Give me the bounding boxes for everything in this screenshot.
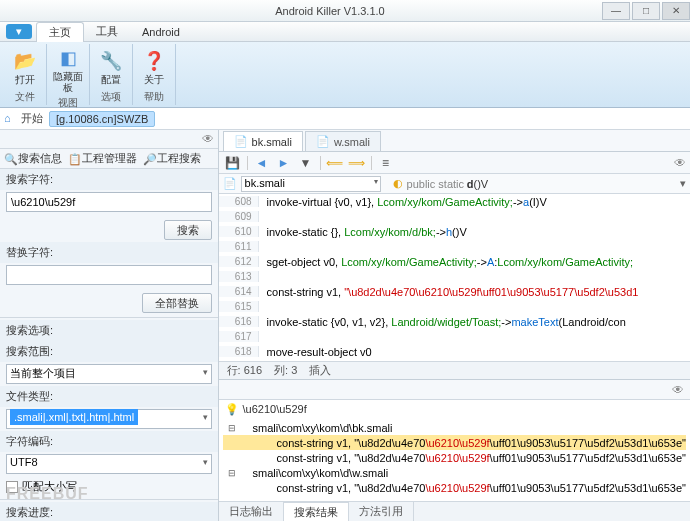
visibility-icon: ◐ <box>393 177 403 190</box>
tab-tools[interactable]: 工具 <box>84 22 130 41</box>
search-icon: 🔎 <box>143 153 155 165</box>
config-button[interactable]: 🔧 配置 <box>92 44 130 89</box>
eye-icon[interactable]: 👁 <box>674 156 686 170</box>
replace-label: 替换字符: <box>0 242 218 263</box>
code-line[interactable]: 619 <box>219 359 690 361</box>
sidebar: 👁 🔍搜索信息 📋工程管理器 🔎工程搜索 搜索字符: 搜索 替换字符: 全部替换… <box>0 130 219 521</box>
group-file-label: 文件 <box>15 89 35 105</box>
match-case-checkbox[interactable] <box>6 481 18 493</box>
sidebar-tab-search[interactable]: 🔍搜索信息 <box>4 151 62 166</box>
code-line[interactable]: 613 <box>219 269 690 284</box>
eye-icon[interactable]: 👁 <box>202 132 214 146</box>
tree-row[interactable]: ⊟smali\com\xy\kom\d\bk.smali <box>223 420 686 435</box>
tab-search-results[interactable]: 搜索结果 <box>284 502 349 522</box>
question-icon: ❓ <box>142 49 166 73</box>
folder-open-icon: 📂 <box>13 49 37 73</box>
search-input[interactable] <box>6 192 212 212</box>
scope-label: 搜索范围: <box>0 341 218 362</box>
results-tree[interactable]: ⊟smali\com\xy\kom\d\bk.smaliconst-string… <box>219 418 690 501</box>
tree-row[interactable]: const-string v1, "\u8d2d\u4e70\u6210\u52… <box>223 450 686 465</box>
tab-method-ref[interactable]: 方法引用 <box>349 502 414 521</box>
project-icon: 📋 <box>68 153 80 165</box>
match-case-label: 匹配大小写 <box>22 479 77 494</box>
open-label: 打开 <box>15 74 35 85</box>
breadcrumb-bar: ⌂ 开始 [g.10086.cn]SWZB <box>0 108 690 130</box>
encoding-select[interactable]: UTF8 <box>6 454 212 474</box>
filetype-select[interactable]: .smali|.xml|.txt|.htm|.html <box>6 409 212 429</box>
search-chars-label: 搜索字符: <box>0 169 218 190</box>
search-query-row: 💡 \u6210\u529f <box>219 400 690 418</box>
file-tab-w[interactable]: 📄w.smali <box>305 131 381 151</box>
config-label: 配置 <box>101 74 121 85</box>
group-options-label: 选项 <box>101 89 121 105</box>
tree-row[interactable]: const-string v1, "\u8d2d\u4e70\u6210\u52… <box>223 480 686 495</box>
file-select[interactable]: bk.smali <box>241 176 381 192</box>
scope-select[interactable]: 当前整个项目 <box>6 364 212 384</box>
ribbon: 📂 打开 文件 ◧ 隐藏面板 视图 🔧 配置 选项 ❓ 关于 帮助 <box>0 42 690 108</box>
nav-down-button[interactable]: ▼ <box>296 154 316 172</box>
list-button[interactable]: ≡ <box>376 154 396 172</box>
nav-fwd-button[interactable]: ► <box>274 154 294 172</box>
nav-back-button[interactable]: ◄ <box>252 154 272 172</box>
options-label: 搜索选项: <box>0 320 218 341</box>
group-view-label: 视图 <box>58 95 78 111</box>
sidebar-tab-projsearch[interactable]: 🔎工程搜索 <box>143 151 201 166</box>
maximize-button[interactable]: □ <box>632 2 660 20</box>
tree-row[interactable]: const-string v1, "\u8d2d\u4e70\u6210\u52… <box>223 435 686 450</box>
home-icon[interactable]: ⌂ <box>4 112 18 126</box>
save-button[interactable]: 💾 <box>223 154 243 172</box>
code-line[interactable]: 617 <box>219 329 690 344</box>
file-icon: 📄 <box>234 135 248 148</box>
main-area: 📄bk.smali 📄w.smali 💾 ◄ ► ▼ ⟸ ⟹ ≡ 👁 📄 bk.… <box>219 130 690 521</box>
search-button[interactable]: 搜索 <box>164 220 212 240</box>
menu-bar: ▾ 主页 工具 Android <box>0 22 690 42</box>
open-button[interactable]: 📂 打开 <box>6 44 44 89</box>
code-editor[interactable]: 608invoke-virtual {v0, v1}, Lcom/xy/kom/… <box>219 194 690 361</box>
encoding-label: 字符编码: <box>0 431 218 452</box>
code-line[interactable]: 614const-string v1, "\u8d2d\u4e70\u6210\… <box>219 284 690 299</box>
editor-status: 行: 616 列: 3 插入 <box>219 361 690 379</box>
tree-row[interactable]: ⊟smali\com\xy\kom\d\w.smali <box>223 465 686 480</box>
sidebar-tab-project[interactable]: 📋工程管理器 <box>68 151 137 166</box>
code-line[interactable]: 609 <box>219 209 690 224</box>
about-label: 关于 <box>144 74 164 85</box>
tab-android[interactable]: Android <box>130 24 192 40</box>
replace-all-button[interactable]: 全部替换 <box>142 293 212 313</box>
code-line[interactable]: 615 <box>219 299 690 314</box>
code-line[interactable]: 611 <box>219 239 690 254</box>
file-tabs: 📄bk.smali 📄w.smali <box>219 130 690 152</box>
close-button[interactable]: ✕ <box>662 2 690 20</box>
code-line[interactable]: 616invoke-static {v0, v1, v2}, Landroid/… <box>219 314 690 329</box>
search-icon: 🔍 <box>4 153 16 165</box>
group-help-label: 帮助 <box>144 89 164 105</box>
code-line[interactable]: 618move-result-object v0 <box>219 344 690 359</box>
hide-panel-button[interactable]: ◧ 隐藏面板 <box>49 44 87 95</box>
window-title: Android Killer V1.3.1.0 <box>60 5 600 17</box>
replace-input[interactable] <box>6 265 212 285</box>
hide-panel-label: 隐藏面板 <box>51 71 85 93</box>
code-line[interactable]: 612sget-object v0, Lcom/xy/kom/GameActiv… <box>219 254 690 269</box>
code-toolbar: 💾 ◄ ► ▼ ⟸ ⟹ ≡ 👁 <box>219 152 690 174</box>
crumb-project[interactable]: [g.10086.cn]SWZB <box>49 111 155 127</box>
titlebar: Android Killer V1.3.1.0 — □ ✕ <box>0 0 690 22</box>
panel-icon: ◧ <box>56 46 80 70</box>
redo-button[interactable]: ⟹ <box>347 154 367 172</box>
minimize-button[interactable]: — <box>602 2 630 20</box>
crumb-start[interactable]: 开始 <box>21 111 43 126</box>
sidebar-tabs: 👁 <box>0 130 218 149</box>
about-button[interactable]: ❓ 关于 <box>135 44 173 89</box>
code-line[interactable]: 610invoke-static {}, Lcom/xy/kom/d/bk;->… <box>219 224 690 239</box>
results-tabs: 日志输出 搜索结果 方法引用 <box>219 501 690 521</box>
function-signature[interactable]: public static d()V <box>407 178 489 190</box>
wrench-icon: 🔧 <box>99 49 123 73</box>
progress-label: 搜索进度: <box>0 502 218 521</box>
file-icon: 📄 <box>223 177 237 190</box>
file-tab-bk[interactable]: 📄bk.smali <box>223 131 303 151</box>
eye-icon[interactable]: 👁 <box>672 383 684 397</box>
undo-button[interactable]: ⟸ <box>325 154 345 172</box>
function-bar: 📄 bk.smali ◐ public static d()V ▾ <box>219 174 690 194</box>
tab-home[interactable]: 主页 <box>36 22 84 42</box>
code-line[interactable]: 608invoke-virtual {v0, v1}, Lcom/xy/kom/… <box>219 194 690 209</box>
menu-dropdown[interactable]: ▾ <box>6 24 32 39</box>
tab-log[interactable]: 日志输出 <box>219 502 284 521</box>
